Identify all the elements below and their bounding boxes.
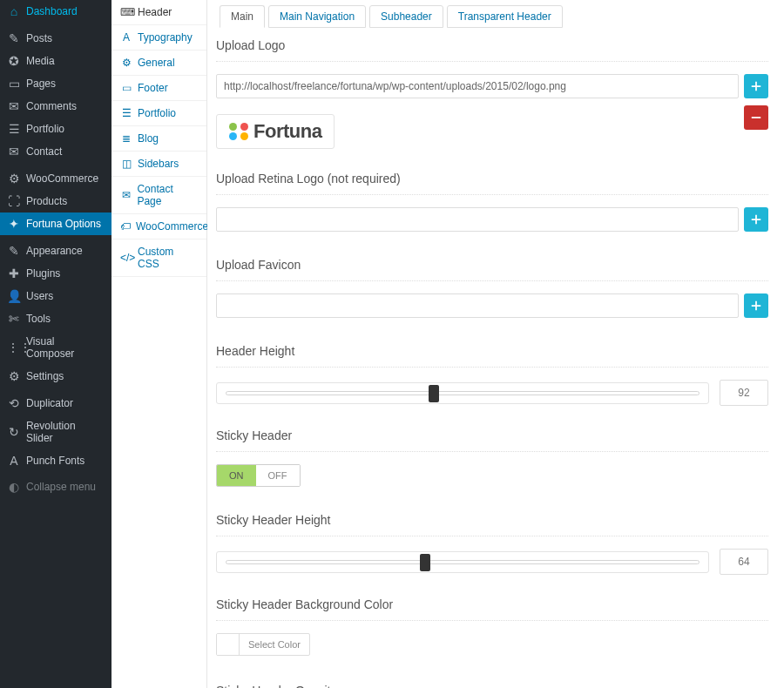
wp-menu-punch-fonts[interactable]: APunch Fonts <box>0 449 112 472</box>
wp-menu-posts[interactable]: ✎Posts <box>0 27 112 50</box>
woocommerce-icon: 🏷 <box>120 220 131 233</box>
subnav-general[interactable]: ⚙General <box>112 51 206 76</box>
wp-menu-label: Revolution Slider <box>26 420 105 444</box>
subnav-blog[interactable]: ≣Blog <box>112 126 206 152</box>
wp-menu-visual-composer[interactable]: ⋮⋮Visual Composer <box>0 330 112 365</box>
subnav-sidebars[interactable]: ◫Sidebars <box>112 152 206 177</box>
subnav-contact-page[interactable]: ✉Contact Page <box>112 177 206 214</box>
users-icon: 👤 <box>7 290 21 302</box>
duplicator-icon: ⟲ <box>7 397 21 409</box>
upload-logo-button[interactable] <box>744 74 768 98</box>
wp-menu-media[interactable]: ✪Media <box>0 50 112 72</box>
wp-menu-plugins[interactable]: ✚Plugins <box>0 262 112 285</box>
sticky-height-value: 64 <box>720 549 768 575</box>
subnav-portfolio[interactable]: ☰Portfolio <box>112 101 206 126</box>
wp-menu-collapse-menu[interactable]: ◐Collapse menu <box>0 476 112 498</box>
wp-menu-label: Portfolio <box>26 123 64 135</box>
color-swatch[interactable] <box>217 634 240 655</box>
subnav-label: Typography <box>138 31 193 44</box>
options-tabs: MainMain NavigationSubheaderTransparent … <box>220 5 768 28</box>
slider-thumb[interactable] <box>429 385 439 402</box>
settings-icon: ⚙ <box>7 370 21 382</box>
punch-fonts-icon: A <box>7 455 21 467</box>
theme-options-sidebar: ⌨HeaderATypography⚙General▭Footer☰Portfo… <box>112 0 207 688</box>
wp-menu-duplicator[interactable]: ⟲Duplicator <box>0 392 112 415</box>
wp-menu-products[interactable]: ⛶Products <box>0 190 112 212</box>
wp-menu-settings[interactable]: ⚙Settings <box>0 365 112 388</box>
wp-menu-users[interactable]: 👤Users <box>0 285 112 307</box>
wp-admin-sidebar: ⌂Dashboard✎Posts✪Media▭Pages✉Comments☰Po… <box>0 0 112 688</box>
wp-menu-contact[interactable]: ✉Contact <box>0 140 112 163</box>
products-icon: ⛶ <box>7 195 21 207</box>
wp-menu-woocommerce[interactable]: ⚙WooCommerce <box>0 167 112 190</box>
wp-menu-portfolio[interactable]: ☰Portfolio <box>0 118 112 140</box>
contact-page-icon: ✉ <box>120 189 132 201</box>
header-icon: ⌨ <box>120 6 132 18</box>
collapse-menu-icon: ◐ <box>7 481 21 493</box>
section-title-header-height: Header Height <box>216 344 768 358</box>
upload-retina-button[interactable] <box>744 207 768 232</box>
wp-menu-label: WooCommerce <box>26 172 98 185</box>
logo-mark-icon <box>229 123 248 140</box>
subnav-header[interactable]: ⌨Header <box>112 0 206 25</box>
wp-menu-fortuna-options[interactable]: ✦Fortuna Options <box>0 212 112 235</box>
select-color-label[interactable]: Select Color <box>240 634 309 655</box>
divider <box>216 620 768 621</box>
tab-subheader[interactable]: Subheader <box>369 5 443 28</box>
wp-menu-revolution-slider[interactable]: ↻Revolution Slider <box>0 415 112 449</box>
subnav-label: Footer <box>138 82 168 94</box>
header-height-slider[interactable] <box>216 382 709 404</box>
wp-menu-pages[interactable]: ▭Pages <box>0 72 112 95</box>
fortuna-options-icon: ✦ <box>7 218 21 230</box>
logo-preview-text: Fortuna <box>253 120 321 143</box>
woocommerce-icon: ⚙ <box>7 172 21 185</box>
subnav-label: Custom CSS <box>138 246 198 270</box>
tab-transparent-header[interactable]: Transparent Header <box>447 5 563 28</box>
general-icon: ⚙ <box>120 57 132 69</box>
header-height-value: 92 <box>720 380 768 406</box>
remove-logo-button[interactable] <box>744 105 768 130</box>
wp-menu-tools[interactable]: ✄Tools <box>0 307 112 330</box>
wp-menu-label: Contact <box>26 145 62 158</box>
favicon-input[interactable] <box>216 293 739 318</box>
dashboard-icon: ⌂ <box>7 5 21 17</box>
wp-menu-comments[interactable]: ✉Comments <box>0 95 112 118</box>
retina-logo-input[interactable] <box>216 207 739 232</box>
divider <box>216 61 768 62</box>
wp-menu-label: Duplicator <box>26 397 73 409</box>
wp-menu-label: Posts <box>26 32 52 44</box>
wp-menu-dashboard[interactable]: ⌂Dashboard <box>0 0 112 23</box>
sticky-bg-color-picker[interactable]: Select Color <box>216 633 310 656</box>
toggle-on[interactable]: ON <box>217 465 256 486</box>
logo-url-input[interactable] <box>216 74 739 98</box>
section-title-retina-logo: Upload Retina Logo (not required) <box>216 172 768 185</box>
subnav-footer[interactable]: ▭Footer <box>112 76 206 101</box>
wp-menu-label: Comments <box>26 100 77 112</box>
subnav-label: Portfolio <box>138 107 176 119</box>
wp-menu-appearance[interactable]: ✎Appearance <box>0 239 112 262</box>
wp-menu-label: Plugins <box>26 267 60 280</box>
posts-icon: ✎ <box>7 32 21 44</box>
divider <box>216 536 768 536</box>
sticky-header-toggle[interactable]: ON OFF <box>216 464 301 487</box>
subnav-custom-css[interactable]: </>Custom CSS <box>112 239 206 277</box>
sticky-height-slider[interactable] <box>216 551 709 573</box>
appearance-icon: ✎ <box>7 245 21 257</box>
revolution-slider-icon: ↻ <box>7 426 21 438</box>
section-title-sticky-header: Sticky Header <box>216 428 768 442</box>
contact-icon: ✉ <box>7 145 21 158</box>
slider-thumb[interactable] <box>420 554 430 571</box>
wp-menu-label: Punch Fonts <box>26 455 84 467</box>
toggle-off[interactable]: OFF <box>256 465 300 486</box>
tools-icon: ✄ <box>7 313 21 325</box>
upload-favicon-button[interactable] <box>744 293 768 318</box>
options-panel: MainMain NavigationSubheaderTransparent … <box>207 0 784 688</box>
subnav-label: Header <box>138 6 172 18</box>
tab-main-navigation[interactable]: Main Navigation <box>268 5 366 28</box>
wp-menu-label: Visual Composer <box>26 335 105 360</box>
subnav-woocommerce[interactable]: 🏷WooCommerce <box>112 214 206 239</box>
section-title-sticky-bg: Sticky Header Background Color <box>216 597 768 611</box>
tab-main[interactable]: Main <box>220 5 265 28</box>
section-title-favicon: Upload Favicon <box>216 258 768 272</box>
subnav-typography[interactable]: ATypography <box>112 25 206 51</box>
